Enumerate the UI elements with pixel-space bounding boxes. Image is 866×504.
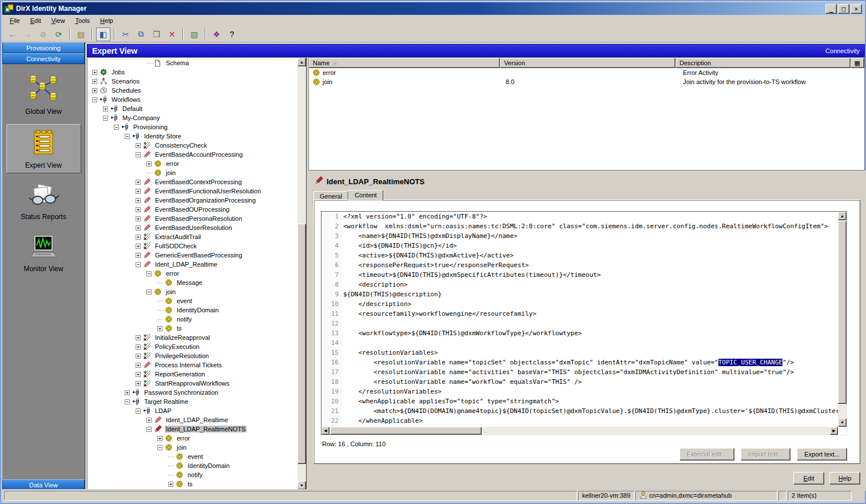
expand-icon[interactable]: + [92,88,97,93]
collapse-icon[interactable]: − [125,134,130,139]
edit-button[interactable]: Edit [793,472,824,485]
tree-node-default[interactable]: +Default [88,104,297,113]
tree-node-join[interactable]: −join [88,287,297,296]
sidebar-view-expert-view[interactable]: Expert View [6,124,81,173]
tree-node-event[interactable]: event [88,296,297,305]
expand-icon[interactable]: + [136,335,141,340]
sidebar-view-status-reports[interactable]: Status Reports [6,178,81,224]
menu-view[interactable]: View [46,16,70,25]
scrollbar-thumb[interactable] [838,221,847,404]
expand-icon[interactable]: + [136,381,141,386]
external-edit-button[interactable]: External edit... [680,448,734,461]
expand-icon[interactable]: + [103,106,108,112]
tree-node-startreapprovalworkflows[interactable]: +StartReapprovalWorkflows [88,379,297,388]
expand-icon[interactable]: + [125,390,130,395]
editor-horizontal-scrollbar[interactable]: ◀ ▶ [321,427,838,435]
import-text-button[interactable]: Import text... [741,448,790,461]
expand-icon[interactable]: + [136,244,141,249]
tree-node-ident-ldap-realtime[interactable]: −Ident_LDAP_Realtime [88,260,297,269]
tree-node-extractaudittrail[interactable]: +ExtractAuditTrail [88,232,297,241]
expand-icon[interactable]: + [157,436,162,441]
table-row-join[interactable]: join8.0Join activity for the provision-t… [309,77,864,86]
export-text-button[interactable]: Export text... [797,448,847,461]
collapse-icon[interactable]: − [146,271,152,276]
xml-editor[interactable]: 12345678910111213141516171819202122 <?xm… [321,211,847,435]
tree-node-password-synchronization[interactable]: +Password Synchronization [88,388,297,397]
expand-icon[interactable]: + [136,216,141,221]
tree-node-ident-ldap-realtime[interactable]: +Ident_LDAP_Realtime [88,415,297,424]
tree-node-target-realtime[interactable]: −Target Realtime [88,397,297,406]
expand-icon[interactable]: + [136,363,141,368]
tree-node-eventbasedfunctionaluserresolution[interactable]: +EventBasedFunctionalUserResolution [88,186,297,196]
expand-icon[interactable]: + [146,161,152,166]
tree-node-eventbaseduserresolution[interactable]: +EventBasedUserResolution [88,223,297,232]
tree-node-notify[interactable]: notify [88,315,297,324]
expand-icon[interactable]: + [136,344,141,350]
tree-node-ldap[interactable]: −LDAP [88,406,297,415]
tree-node-eventbasedorganizationprocessing[interactable]: +EventBasedOrganizationProcessing [88,196,297,205]
tree-node-policyexecution[interactable]: +PolicyExecution [88,342,297,351]
collapse-icon[interactable]: − [125,399,130,404]
expand-icon[interactable]: + [92,70,97,75]
expand-icon[interactable]: + [92,79,97,84]
tree-vertical-scrollbar[interactable]: ▲ ▼ [297,58,306,490]
collapse-icon[interactable]: − [136,408,141,414]
scroll-up-icon[interactable]: ▲ [838,212,847,220]
tree-node-reportgeneration[interactable]: +ReportGeneration [88,370,297,379]
tree-node-event[interactable]: event [88,452,297,461]
tree-node-ts[interactable]: +ts [88,324,297,333]
scrollbar-thumb[interactable] [297,224,306,464]
table-row-error[interactable]: errorError Activity [309,68,864,77]
forward-icon[interactable]: → [21,27,35,41]
maximize-button[interactable]: □ [838,4,849,14]
resize-grip[interactable] [853,491,862,501]
collapse-icon[interactable]: − [136,262,141,267]
expand-icon[interactable]: + [136,207,141,212]
tree-node-consistencycheck[interactable]: +ConsistencyCheck [88,141,297,150]
tree-node-scenarios[interactable]: +Scenarios [88,77,297,86]
tree-node-workflows[interactable]: −Workflows [88,95,297,104]
expand-icon[interactable]: + [136,180,141,185]
properties-icon[interactable]: ▤ [74,27,88,41]
expand-icon[interactable]: + [168,482,173,487]
reference-book-icon[interactable]: ❖ [209,27,224,41]
context-help-icon[interactable]: ? [225,27,239,41]
tree-node-message[interactable]: Message [88,278,297,287]
back-icon[interactable]: ← [5,27,19,41]
tab-general[interactable]: General [313,191,348,200]
collapse-icon[interactable]: − [157,445,162,450]
tree-node-my-company[interactable]: −My-Company [88,113,297,122]
tree-node-initializereapproval[interactable]: +InitializeReapproval [88,333,297,342]
menu-help[interactable]: Help [95,16,118,25]
tree-node-error[interactable]: −error [88,269,297,278]
tree-node-eventbasedpersonaresolution[interactable]: +EventBasedPersonaResolution [88,214,297,223]
menu-tools[interactable]: Tools [70,16,95,25]
collapse-icon[interactable]: − [114,125,119,130]
tree-node-eventbasedaccountprocessing[interactable]: −EventBasedAccountProcessing [88,150,297,159]
collapse-icon[interactable]: − [136,152,141,157]
stop-icon[interactable]: ⊘ [36,27,50,41]
close-button[interactable]: ✕ [851,4,862,14]
sidebar-tab-provisioning[interactable]: Provisioning [2,42,85,53]
tree-node-error[interactable]: +error [88,434,297,443]
editor-vertical-scrollbar[interactable]: ▲ ▼ [838,212,847,427]
sidebar-view-monitor-view[interactable]: Monitor View [6,229,81,276]
tree-node-identity-store[interactable]: −Identity Store [88,132,297,141]
tree-node-join[interactable]: join [88,168,297,177]
tab-content[interactable]: Content [348,190,383,201]
tree-node-identitydomain[interactable]: IdentityDomain [88,305,297,315]
tree-node-schedules[interactable]: +Schedules [88,86,297,95]
tree-node-ts[interactable]: +ts [88,479,297,489]
tree-node-identitydomain[interactable]: IdentityDomain [88,461,297,470]
editor-code[interactable]: <?xml version="1.0" encoding="UTF-8"?><w… [343,212,838,427]
title-bar[interactable]: DirX Identity Manager _ □ ✕ [2,2,864,15]
scroll-up-icon[interactable]: ▲ [297,58,306,66]
paste-icon[interactable]: ❒ [149,27,164,41]
scroll-down-icon[interactable]: ▼ [297,481,306,490]
minimize-button[interactable]: _ [825,4,837,14]
column-header-version[interactable]: Version [500,58,676,68]
collapse-icon[interactable]: − [92,97,97,102]
validate-icon[interactable]: ▨ [187,27,201,41]
menu-edit[interactable]: Edit [25,16,46,25]
expand-icon[interactable]: + [136,372,141,377]
